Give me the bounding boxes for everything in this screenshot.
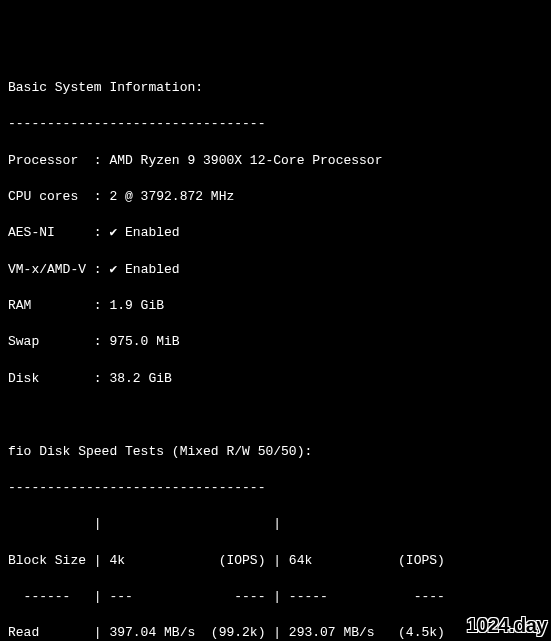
- sys-row: RAM : 1.9 GiB: [8, 297, 543, 315]
- sys-row: Swap : 975.0 MiB: [8, 333, 543, 351]
- sys-row: Processor : AMD Ryzen 9 3900X 12-Core Pr…: [8, 152, 543, 170]
- fio-dashes: ------ | --- ---- | ----- ----: [8, 588, 543, 606]
- sys-row: CPU cores : 2 @ 3792.872 MHz: [8, 188, 543, 206]
- sys-title: Basic System Information:: [8, 79, 543, 97]
- fio-row: Read | 397.04 MB/s (99.2k) | 293.07 MB/s…: [8, 624, 543, 641]
- watermark: 1024.day: [466, 611, 547, 639]
- fio-blankpipe: | |: [8, 515, 543, 533]
- sys-row: VM-x/AMD-V : ✔ Enabled: [8, 261, 543, 279]
- fio-rule: ---------------------------------: [8, 479, 543, 497]
- sys-row: AES-NI : ✔ Enabled: [8, 224, 543, 242]
- fio-header: Block Size | 4k (IOPS) | 64k (IOPS): [8, 552, 543, 570]
- fio-title: fio Disk Speed Tests (Mixed R/W 50/50):: [8, 443, 543, 461]
- sys-rule: ---------------------------------: [8, 115, 543, 133]
- sys-row: Disk : 38.2 GiB: [8, 370, 543, 388]
- blank: [8, 406, 543, 424]
